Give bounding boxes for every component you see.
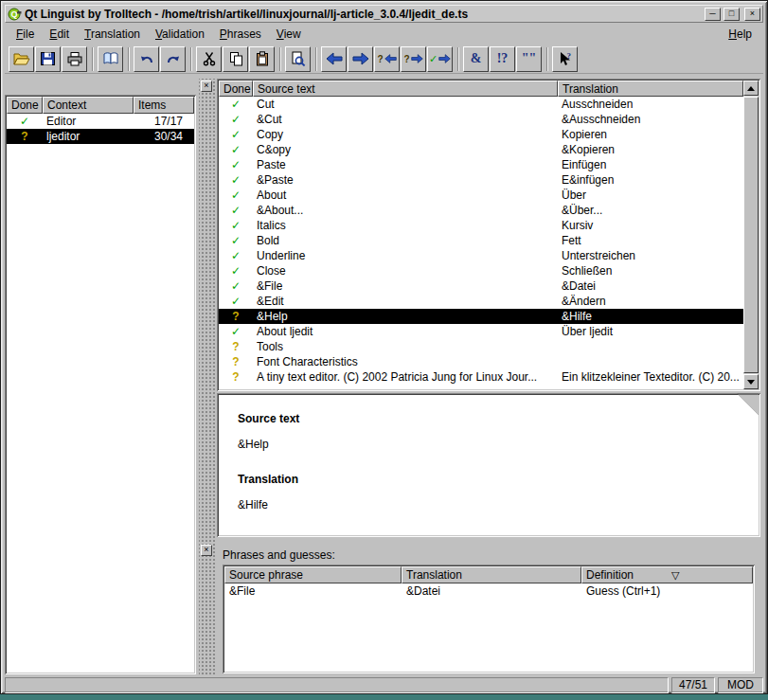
open-button[interactable] (9, 46, 34, 72)
message-row[interactable]: ✓AboutÜber (219, 188, 743, 203)
message-row[interactable]: ✓About ljeditÜber ljedit (219, 324, 743, 339)
cut-button[interactable] (196, 46, 222, 72)
vertical-scrollbar[interactable] (743, 81, 759, 389)
status-mark-icon: ✓ (219, 172, 253, 188)
message-row[interactable]: ✓&File&Datei (219, 278, 743, 294)
source-text-label: Source text (238, 412, 732, 425)
prev-arrow-icon (326, 51, 343, 66)
message-row[interactable]: ✓&PasteE&infügen (219, 172, 743, 188)
dock-close-button[interactable]: × (201, 545, 212, 556)
undo-button[interactable] (134, 46, 159, 72)
toolbar-separator (546, 47, 548, 71)
source-text-cell: Cut (253, 97, 558, 112)
translation-cell: Ausschneiden (558, 97, 743, 112)
message-row[interactable]: ?Font Characteristics (219, 354, 743, 369)
prev-button[interactable] (321, 46, 347, 72)
menu-translation[interactable]: Translation (77, 26, 148, 43)
scroll-up-icon (747, 86, 755, 91)
printer-icon (66, 51, 83, 66)
done-and-next-button[interactable]: ✓ (427, 46, 453, 72)
context-row[interactable]: ? ljeditor 30/34 (7, 129, 194, 144)
source-text-cell: C&opy (253, 142, 558, 157)
toolbar-separator (92, 47, 94, 71)
phrasebook-icon (102, 51, 119, 66)
header-definition[interactable]: Definition ▽ (581, 566, 753, 583)
next-button[interactable] (348, 46, 373, 72)
message-row[interactable]: ✓ItalicsKursiv (219, 218, 743, 233)
header-translation[interactable]: Translation (558, 81, 743, 97)
translation-cell: &Hilfe (558, 309, 743, 324)
phrasebook-button[interactable] (98, 46, 123, 72)
menu-view[interactable]: View (269, 26, 309, 43)
redo-button[interactable] (160, 46, 186, 72)
header-context[interactable]: Context (43, 97, 134, 114)
menu-edit[interactable]: Edit (42, 26, 77, 43)
source-text-cell: Font Characteristics (253, 354, 558, 369)
punctuation-toggle[interactable]: !? (490, 46, 515, 72)
message-row[interactable]: ✓&Cut&Ausschneiden (219, 112, 743, 127)
status-mark-icon: ? (219, 354, 253, 369)
message-row[interactable]: ✓&Edit&Ändern (219, 294, 743, 309)
next-unfinished-button[interactable]: ? (401, 46, 426, 72)
floppy-icon (40, 51, 56, 66)
dock-handle[interactable] (199, 79, 215, 674)
header-source-phrase[interactable]: Source phrase (224, 566, 402, 583)
message-row[interactable]: ✓&About...&Über... (219, 203, 743, 218)
source-editor: Source text &Help Translation &Hilfe (217, 393, 760, 537)
source-text-cell: &About... (253, 203, 558, 218)
message-row[interactable]: ✓BoldFett (219, 233, 743, 248)
close-button[interactable]: × (744, 8, 760, 21)
message-row[interactable]: ✓UnderlineUnterstreichen (219, 248, 743, 263)
message-row[interactable]: ?A tiny text editor. (C) 2002 Patricia J… (219, 369, 743, 385)
whatsthis-button[interactable]: ? (552, 46, 578, 72)
message-row[interactable]: ✓CopyKopieren (219, 127, 743, 142)
translation-input[interactable]: &Hilfe (238, 498, 732, 512)
title-bar[interactable]: Q Qt Linguist by Trolltech - /home/trish… (5, 5, 763, 23)
minimize-button[interactable]: ─ (705, 8, 721, 21)
status-mark-icon: ✓ (219, 157, 253, 172)
paste-button[interactable] (249, 46, 275, 72)
header-source-text[interactable]: Source text (253, 81, 558, 97)
print-button[interactable] (62, 46, 87, 72)
message-row[interactable]: ?Tools (219, 339, 743, 354)
menu-validation[interactable]: Validation (148, 26, 212, 43)
menu-phrases[interactable]: Phrases (212, 26, 269, 43)
toolbar-separator (315, 47, 317, 71)
header-translation[interactable]: Translation (402, 566, 581, 583)
scroll-thumb[interactable] (743, 97, 759, 373)
context-name-cell: Editor (43, 114, 134, 129)
menu-help[interactable]: Help (721, 26, 759, 43)
message-row[interactable]: ✓C&opy&Kopieren (219, 142, 743, 157)
find-button[interactable] (285, 46, 311, 72)
accelerators-toggle[interactable]: & (463, 46, 489, 72)
scroll-up-button[interactable] (743, 81, 759, 96)
scroll-down-button[interactable] (743, 374, 759, 389)
prev-unfinished-button[interactable]: ? (374, 46, 400, 72)
status-message-area (5, 677, 669, 693)
quotes-icon: "" (522, 51, 537, 66)
header-items[interactable]: Items (134, 97, 194, 114)
next-arrow-icon (411, 53, 423, 64)
copy-button[interactable] (223, 46, 248, 72)
clipboard-icon (255, 51, 270, 66)
message-row[interactable]: ?&Help&Hilfe (219, 309, 743, 324)
status-mark-icon: ✓ (219, 294, 253, 309)
context-row[interactable]: ✓ Editor 17/17 (7, 114, 194, 129)
save-button[interactable] (35, 46, 61, 72)
svg-text:Q: Q (11, 9, 18, 19)
header-done[interactable]: Done (219, 81, 253, 97)
header-done[interactable]: Done (7, 97, 43, 114)
question-mark-icon: ? (377, 54, 383, 64)
phrase-row[interactable]: &File &Datei Guess (Ctrl+1) (224, 583, 753, 599)
dock-close-button[interactable]: × (201, 81, 212, 92)
translation-cell: &Über... (558, 203, 743, 218)
phrase-matches-toggle[interactable]: "" (516, 46, 542, 72)
open-folder-icon (13, 51, 30, 66)
translation-cell: Über ljedit (558, 324, 743, 339)
message-row[interactable]: ✓CloseSchließen (219, 263, 743, 278)
maximize-button[interactable]: □ (723, 8, 740, 21)
find-icon (290, 51, 306, 66)
message-row[interactable]: ✓CutAusschneiden (219, 97, 743, 112)
message-row[interactable]: ✓PasteEinfügen (219, 157, 743, 172)
menu-file[interactable]: File (9, 26, 42, 43)
